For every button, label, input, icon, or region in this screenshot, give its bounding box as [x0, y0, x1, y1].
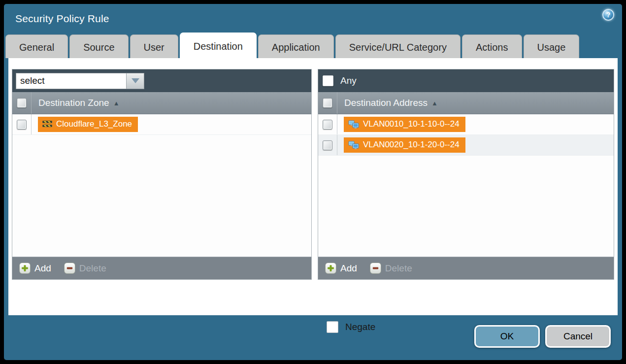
address-delete-button[interactable]: Delete	[370, 263, 412, 274]
address-column-title[interactable]: Destination Address	[344, 98, 428, 108]
zone-filter-combobox	[16, 73, 144, 89]
tab-source[interactable]: Source	[69, 34, 128, 58]
zone-list: Cloudflare_L3_Zone	[12, 114, 311, 257]
address-entry-vlan0020[interactable]: VLAN0020_10-1-20-0--24	[344, 137, 465, 153]
address-delete-label: Delete	[385, 263, 412, 274]
address-select-all-checkbox[interactable]	[323, 98, 332, 108]
tab-application[interactable]: Application	[258, 34, 334, 58]
zone-delete-button[interactable]: Delete	[64, 263, 106, 274]
zone-delete-label: Delete	[79, 263, 106, 274]
zone-panel-header	[12, 69, 311, 92]
sort-asc-icon: ▲	[431, 99, 438, 107]
address-add-button[interactable]: Add	[325, 263, 357, 274]
minus-icon	[370, 263, 381, 274]
plus-icon	[19, 263, 31, 274]
address-add-label: Add	[340, 263, 357, 274]
address-entry-label: VLAN0010_10-1-10-0--24	[363, 119, 460, 129]
tab-user[interactable]: User	[130, 34, 178, 58]
tab-general[interactable]: General	[5, 34, 68, 58]
address-list: VLAN0010_10-1-10-0--24	[318, 114, 614, 257]
network-icon	[348, 141, 359, 149]
table-row: VLAN0010_10-1-10-0--24	[318, 114, 614, 135]
table-row: Cloudflare_L3_Zone	[12, 114, 311, 135]
address-row-checkbox[interactable]	[323, 120, 332, 130]
dialog-footer: OK Cancel	[4, 315, 622, 360]
tab-destination[interactable]: Destination	[180, 33, 257, 58]
tab-service-url-category[interactable]: Service/URL Category	[335, 34, 461, 58]
zone-filter-dropdown-button[interactable]	[126, 73, 144, 89]
zone-add-button[interactable]: Add	[19, 263, 51, 274]
sort-asc-icon: ▲	[113, 99, 120, 107]
address-entry-vlan0010[interactable]: VLAN0010_10-1-10-0--24	[344, 117, 465, 132]
any-label: Any	[340, 75, 357, 86]
address-entry-label: VLAN0020_10-1-20-0--24	[363, 140, 460, 150]
negate-checkbox[interactable]	[327, 321, 338, 333]
tab-bar: General Source User Destination Applicat…	[4, 33, 622, 58]
security-policy-rule-dialog: Security Policy Rule ? General Source Us…	[4, 4, 622, 360]
zone-select-all-checkbox[interactable]	[17, 98, 27, 108]
tab-actions[interactable]: Actions	[462, 34, 522, 58]
destination-tab-content: Destination Zone ▲ Cloudflare_L3_Zone	[8, 58, 618, 315]
zone-icon	[42, 121, 52, 128]
destination-zone-panel: Destination Zone ▲ Cloudflare_L3_Zone	[12, 69, 312, 280]
destination-address-panel: Any Destination Address ▲	[318, 69, 614, 280]
any-checkbox[interactable]	[323, 75, 333, 86]
title-bar: Security Policy Rule ?	[4, 4, 622, 33]
network-icon	[348, 120, 359, 129]
zone-column-header: Destination Zone ▲	[12, 92, 311, 114]
address-column-header: Destination Address ▲	[318, 92, 614, 114]
zone-panel-footer: Add Delete	[12, 257, 311, 279]
dialog-title: Security Policy Rule	[4, 13, 109, 25]
address-row-checkbox[interactable]	[323, 140, 332, 150]
table-row: VLAN0020_10-1-20-0--24	[318, 135, 614, 156]
cancel-button[interactable]: Cancel	[545, 325, 611, 348]
negate-label: Negate	[345, 322, 375, 332]
zone-add-label: Add	[34, 263, 51, 274]
tab-usage[interactable]: Usage	[524, 34, 580, 58]
zone-filter-input[interactable]	[16, 73, 126, 89]
zone-row-checkbox[interactable]	[17, 120, 27, 130]
zone-entry-cloudflare-l3-zone[interactable]: Cloudflare_L3_Zone	[38, 117, 138, 132]
address-panel-footer: Add Delete	[318, 257, 614, 279]
zone-column-title[interactable]: Destination Zone	[38, 98, 109, 108]
ok-button[interactable]: OK	[474, 325, 540, 348]
negate-row: Negate	[327, 321, 375, 333]
address-panel-header: Any	[318, 69, 614, 92]
zone-entry-label: Cloudflare_L3_Zone	[56, 119, 132, 129]
chevron-down-icon	[132, 78, 139, 83]
plus-icon	[325, 263, 336, 274]
help-icon[interactable]: ?	[602, 9, 614, 21]
minus-icon	[64, 263, 75, 274]
